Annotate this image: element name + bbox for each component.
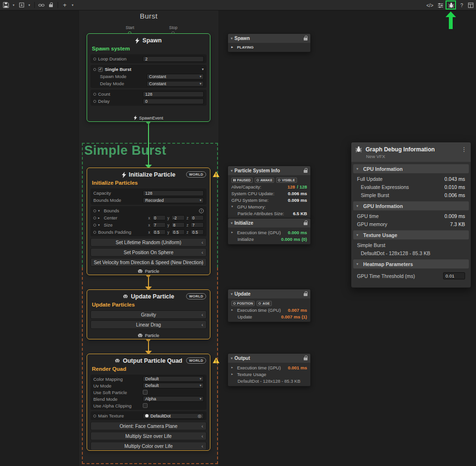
collapse-chevron-icon[interactable]: ‹ — [201, 424, 203, 429]
info-icon[interactable]: i — [199, 208, 204, 213]
foldout-closed-icon[interactable]: ▸ — [231, 308, 235, 312]
block-set-position[interactable]: Set Position On Sphere‹ — [90, 248, 207, 257]
delay-port[interactable] — [93, 100, 96, 103]
collapse-chevron-icon[interactable]: ‹ — [201, 444, 203, 449]
texture-usage-section-header[interactable]: ▾ Texture Usage — [353, 230, 469, 239]
debug-panel-titlebar[interactable]: Graph Debug Information ⋮ — [351, 142, 471, 154]
foldout-closed-icon[interactable]: ▸ — [98, 216, 102, 220]
block-set-velocity[interactable]: Set Velocity from Direction & Speed (New… — [90, 258, 207, 267]
main-texture-object-field[interactable]: DefaultDot ◎ — [143, 413, 204, 419]
loop-duration-port[interactable] — [93, 58, 96, 60]
alpha-clipping-checkbox[interactable] — [143, 403, 148, 408]
padding-x-field[interactable]: 0.5 — [152, 229, 166, 235]
code-view-icon[interactable]: </> — [426, 1, 434, 10]
save-icon[interactable] — [1, 1, 10, 10]
add-icon[interactable]: + — [60, 1, 69, 10]
kebab-menu-icon[interactable]: ⋮ — [461, 146, 467, 153]
center-z-field[interactable]: 0 — [190, 215, 204, 220]
block-set-lifetime[interactable]: Set Lifetime Random (Uniform)‹ — [90, 238, 207, 247]
loop-duration-field[interactable]: 2 — [143, 56, 204, 62]
single-burst-port[interactable] — [93, 68, 96, 71]
soft-particle-checkbox[interactable] — [143, 390, 148, 395]
gpu-threshold-input[interactable]: 0.01 — [443, 272, 465, 279]
single-burst-collapse-icon[interactable]: ▾ — [202, 67, 204, 71]
lock-icon[interactable] — [304, 293, 307, 296]
block-gravity[interactable]: Gravity‹ — [90, 310, 207, 319]
filter-settings-icon[interactable] — [436, 1, 445, 10]
update-panel-header[interactable]: ▾ Update — [228, 289, 310, 298]
block-orient[interactable]: Orient: Face Camera Plane‹ — [90, 422, 207, 430]
single-burst-checkbox[interactable]: ✓ — [98, 67, 103, 72]
initialize-panel-header[interactable]: ▾ Initialize — [228, 218, 310, 228]
compile-icon[interactable] — [17, 1, 26, 10]
bounds-mode-dropdown[interactable]: Recorded▾ — [143, 198, 204, 203]
help-icon[interactable]: ? — [457, 1, 466, 10]
output-node-header[interactable]: Output Particle Quad WORLD — [87, 354, 210, 365]
foldout-open-icon[interactable]: ▾ — [357, 233, 360, 237]
spawn-event-output[interactable]: SpawnEvent — [87, 115, 210, 120]
layout-icon[interactable] — [466, 1, 475, 10]
size-x-field[interactable]: 7 — [152, 222, 166, 228]
padding-y-field[interactable]: 0.5 — [171, 229, 185, 235]
foldout-open-icon[interactable]: ▾ — [98, 223, 102, 227]
center-port[interactable] — [93, 217, 96, 219]
count-port[interactable] — [93, 93, 96, 96]
collapse-chevron-icon[interactable]: ‹ — [201, 312, 203, 317]
save-dropdown-caret-icon[interactable]: ▾ — [11, 1, 16, 10]
object-picker-icon[interactable]: ◎ — [198, 414, 201, 418]
collapse-chevron-icon[interactable]: ‹ — [201, 250, 203, 255]
texture-usage-row[interactable]: ▸ Texture Usage — [228, 371, 310, 377]
block-linear-drag[interactable]: Linear Drag‹ — [90, 320, 207, 329]
world-space-badge[interactable]: WORLD — [186, 357, 206, 364]
single-burst-header-row[interactable]: ✓ Single Burst ▾ — [90, 66, 207, 73]
block-multiply-color[interactable]: Multiply Color over Life‹ — [90, 442, 207, 450]
lock-icon[interactable] — [304, 170, 307, 173]
spawn-node-header[interactable]: Spawn — [87, 34, 210, 44]
foldout-open-icon[interactable]: ▾ — [357, 167, 360, 171]
spawn-panel-header[interactable]: ▾ Spawn — [228, 34, 310, 43]
foldout-open-icon[interactable]: ▾ — [231, 221, 233, 225]
foldout-open-icon[interactable]: ▾ — [231, 205, 235, 208]
center-x-field[interactable]: 0 — [152, 215, 166, 220]
block-multiply-size[interactable]: Multiply Size over Life‹ — [90, 432, 207, 440]
foldout-open-icon[interactable]: ▾ — [231, 292, 233, 296]
size-z-field[interactable]: 7 — [190, 222, 204, 228]
size-port[interactable] — [93, 224, 96, 227]
foldout-open-icon[interactable]: ▾ — [357, 262, 360, 266]
collapse-chevron-icon[interactable]: ‹ — [201, 240, 203, 245]
foldout-open-icon[interactable]: ▾ — [231, 169, 233, 173]
color-mapping-dropdown[interactable]: Default▾ — [143, 376, 204, 382]
warning-icon[interactable] — [213, 357, 219, 365]
initialize-node-header[interactable]: Initialize Particle WORLD — [87, 168, 210, 178]
world-space-badge[interactable]: WORLD — [186, 171, 206, 178]
delay-mode-dropdown[interactable]: Constant▾ — [147, 81, 204, 87]
blend-mode-dropdown[interactable]: Alpha▾ — [143, 396, 204, 402]
collapse-chevron-icon[interactable]: ‹ — [201, 434, 203, 439]
gpu-memory-row[interactable]: ▾ GPU Memory: — [228, 203, 310, 210]
link-icon[interactable] — [37, 1, 46, 10]
bounds-padding-port[interactable] — [93, 231, 96, 234]
initialize-particle-output[interactable]: Particle — [87, 269, 210, 274]
foldout-closed-icon[interactable]: ▸ — [231, 230, 235, 234]
update-particle-output[interactable]: Particle — [87, 333, 210, 338]
lock-icon[interactable] — [304, 222, 307, 225]
lock-icon[interactable] — [304, 38, 307, 40]
foldout-open-icon[interactable]: ▾ — [231, 37, 233, 40]
add-dropdown-caret-icon[interactable]: ▾ — [70, 1, 75, 10]
heatmap-parameters-section-header[interactable]: ▾ Heatmap Parameters — [353, 259, 469, 268]
system-info-panel-header[interactable]: ▾ Particle System Info — [228, 166, 310, 175]
gpu-information-section-header[interactable]: ▾ GPU Information — [353, 201, 469, 210]
exec-time-row[interactable]: ▸ Execution time (GPU) 0.007 ms — [228, 307, 310, 313]
collapse-chevron-icon[interactable]: ‹ — [201, 260, 203, 265]
count-field[interactable]: 128 — [143, 91, 204, 97]
exec-time-row[interactable]: ▸ Execution time (GPU) 0.001 ms — [228, 364, 310, 371]
spawn-mode-dropdown[interactable]: Constant▾ — [147, 74, 204, 79]
lock-icon[interactable] — [47, 1, 55, 10]
capacity-field[interactable]: 128 — [143, 190, 204, 196]
foldout-open-icon[interactable]: ▾ — [98, 209, 102, 213]
bounds-port[interactable] — [93, 209, 96, 212]
uv-mode-dropdown[interactable]: Default▾ — [143, 383, 204, 388]
center-y-field[interactable]: -2 — [171, 215, 185, 220]
cpu-information-section-header[interactable]: ▾ CPU Information — [353, 164, 469, 173]
size-y-field[interactable]: 8 — [171, 222, 185, 228]
